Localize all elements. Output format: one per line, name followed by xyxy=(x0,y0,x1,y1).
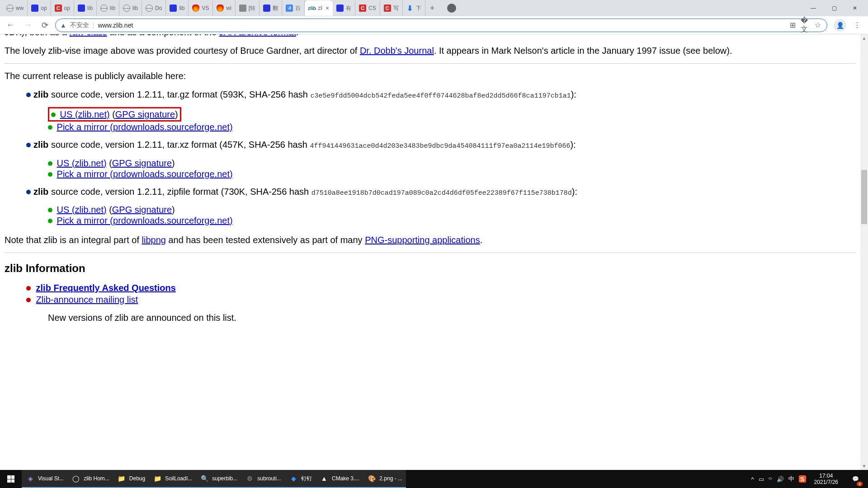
tab-close-icon[interactable]: × xyxy=(326,5,329,12)
tab-favicon xyxy=(217,5,224,12)
link-png-apps[interactable]: PNG-supporting applications xyxy=(365,235,480,245)
start-button[interactable] xyxy=(0,470,22,488)
download-label: source code, version 1.2.11, zipfile for… xyxy=(48,187,311,197)
link-pick-mirror[interactable]: Pick a mirror (prdownloads.sourceforge.n… xyxy=(57,216,233,225)
info-heading: zlib Information xyxy=(5,261,856,276)
tray-chevron-icon[interactable]: ^ xyxy=(751,476,754,483)
bullet-icon xyxy=(48,161,52,166)
tray-wifi-icon[interactable]: ⌔ xyxy=(769,476,772,483)
maximize-button[interactable]: ▢ xyxy=(824,1,844,15)
tab[interactable]: 翻 xyxy=(259,0,282,16)
tab[interactable]: 有 xyxy=(333,0,355,16)
link-gpg-signature[interactable]: GPG signature xyxy=(115,109,175,119)
taskbar-app[interactable]: ◯zlib Hom... xyxy=(67,470,113,488)
download-item: zlib source code, version 1.2.11, zipfil… xyxy=(26,186,856,198)
taskbar-app-icon: ◈ xyxy=(25,474,35,483)
minimize-button[interactable]: — xyxy=(803,1,824,15)
back-button[interactable]: ← xyxy=(4,19,17,32)
tab-favicon xyxy=(100,5,108,12)
tab[interactable]: ⬇下 xyxy=(403,0,425,16)
tab-title: lib xyxy=(132,5,138,11)
link-us-mirror[interactable]: US (zlib.net) xyxy=(57,158,107,168)
tab[interactable]: Cop xyxy=(51,0,74,16)
link-dr-dobbs[interactable]: Dr. Dobb's Journal xyxy=(360,46,434,56)
tab-active[interactable]: zlibzlib× xyxy=(305,0,333,16)
tab-title: wi xyxy=(226,5,231,11)
forward-button[interactable]: → xyxy=(21,19,34,32)
tray-battery-icon[interactable]: ▭ xyxy=(759,476,764,483)
link-jar-archive[interactable]: JAR archive format xyxy=(219,34,296,37)
link-libpng[interactable]: libpng xyxy=(142,235,166,245)
taskbar-app[interactable]: ⚙subrouti... xyxy=(241,470,285,488)
taskbar-app[interactable]: ◈Visual St... xyxy=(22,470,67,488)
clock-date: 2021/7/26 xyxy=(814,479,838,485)
tab-strip: wwopCoplibliblibDolibVSwi[转翻译百zlibzlib×有… xyxy=(0,0,868,16)
link-pick-mirror[interactable]: Pick a mirror (prdownloads.sourceforge.n… xyxy=(57,122,233,132)
profile-avatar[interactable]: 👤 xyxy=(834,19,846,32)
info-subtext: New versions of zlib are announced on th… xyxy=(48,312,856,324)
translate-icon[interactable]: �文 xyxy=(801,21,810,30)
download-hash: c3e5e9fdd5004dcb542feda5ee4f0ff0744628ba… xyxy=(311,92,571,100)
taskbar-app[interactable]: 🎨2.png - ... xyxy=(363,470,406,488)
taskbar-app[interactable]: ◆钉钉 xyxy=(285,470,316,488)
tab-title: lib xyxy=(110,5,115,11)
link-pick-mirror[interactable]: Pick a mirror (prdownloads.sourceforge.n… xyxy=(57,169,233,179)
scrollbar-track[interactable]: ▲ ▼ xyxy=(860,34,868,470)
bookmark-star-icon[interactable]: ☆ xyxy=(813,21,822,30)
link-gpg-signature[interactable]: GPG signature xyxy=(112,158,172,168)
taskbar-clock[interactable]: 17:04 2021/7/26 xyxy=(811,473,842,486)
tab-favicon xyxy=(263,5,270,12)
tab[interactable]: lib xyxy=(97,0,119,16)
chrome-menu-button[interactable]: ⋮ xyxy=(853,21,862,30)
taskbar-app[interactable]: 🔍superbib... xyxy=(196,470,241,488)
reload-button[interactable]: ⟳ xyxy=(38,19,52,32)
tray-sogou-icon[interactable]: S xyxy=(799,475,806,483)
chrome-account-indicator[interactable] xyxy=(447,4,456,13)
info-link[interactable]: Zlib-announce mailing list xyxy=(36,295,138,305)
tab-favicon xyxy=(336,5,344,12)
scrollbar-thumb[interactable] xyxy=(861,170,867,224)
tab[interactable]: Do xyxy=(142,0,166,16)
qr-icon[interactable]: ⊞ xyxy=(788,21,797,30)
download-label: source code, version 1.2.11, tar.xz form… xyxy=(48,140,310,150)
tab[interactable]: VS xyxy=(189,0,213,16)
link-us-mirror[interactable]: US (zlib.net) xyxy=(57,205,107,215)
tab[interactable]: CCS xyxy=(355,0,380,16)
link-us-mirror[interactable]: US (zlib.net) xyxy=(60,109,110,119)
taskbar-app-icon: ▲ xyxy=(319,474,329,483)
tab[interactable]: lib xyxy=(166,0,189,16)
action-center-button[interactable]: 💬 4 xyxy=(846,470,864,488)
tray-volume-icon[interactable]: 🔊 xyxy=(777,476,784,483)
windows-taskbar: ◈Visual St...◯zlib Hom...📁Debug📁SoilLoad… xyxy=(0,470,868,488)
taskbar-app-icon: ◆ xyxy=(288,474,298,483)
tab-favicon xyxy=(78,5,85,12)
link-raw-class[interactable]: raw class xyxy=(69,34,107,37)
new-tab-button[interactable]: + xyxy=(425,4,439,13)
tab-title: lib xyxy=(179,5,184,11)
scrollbar-up-button[interactable]: ▲ xyxy=(860,34,868,42)
tab[interactable]: wi xyxy=(213,0,235,16)
close-window-button[interactable]: ✕ xyxy=(844,1,865,15)
taskbar-app[interactable]: 📁Debug xyxy=(113,470,149,488)
tab[interactable]: [转 xyxy=(236,0,259,16)
tab[interactable]: lib xyxy=(119,0,142,16)
tab[interactable]: ww xyxy=(3,0,28,16)
tab[interactable]: C写 xyxy=(380,0,403,16)
info-link[interactable]: zlib Frequently Asked Questions xyxy=(36,283,176,293)
scrollbar-down-button[interactable]: ▼ xyxy=(860,462,868,470)
tab-title: 翻 xyxy=(273,5,278,12)
bullet-icon xyxy=(51,113,56,117)
tab-title: CS xyxy=(368,5,376,11)
bullet-icon xyxy=(26,298,31,302)
taskbar-app[interactable]: ▲CMake 3.... xyxy=(316,470,363,488)
tab-title: 有 xyxy=(346,5,351,12)
link-gpg-signature[interactable]: GPG signature xyxy=(112,205,172,215)
address-bar[interactable]: ▲ 不安全 | www.zlib.net ⊞ �文 ☆ xyxy=(55,19,827,32)
tab[interactable]: 译百 xyxy=(282,0,305,16)
vise-paragraph: The lovely zlib-vise image above was pro… xyxy=(5,45,856,57)
tray-ime-indicator[interactable]: 中 xyxy=(788,475,794,483)
taskbar-app[interactable]: 📁SoilLoadI... xyxy=(149,470,196,488)
taskbar-app-icon: 🔍 xyxy=(199,474,209,483)
tab[interactable]: lib xyxy=(74,0,97,16)
tab[interactable]: op xyxy=(28,0,51,16)
